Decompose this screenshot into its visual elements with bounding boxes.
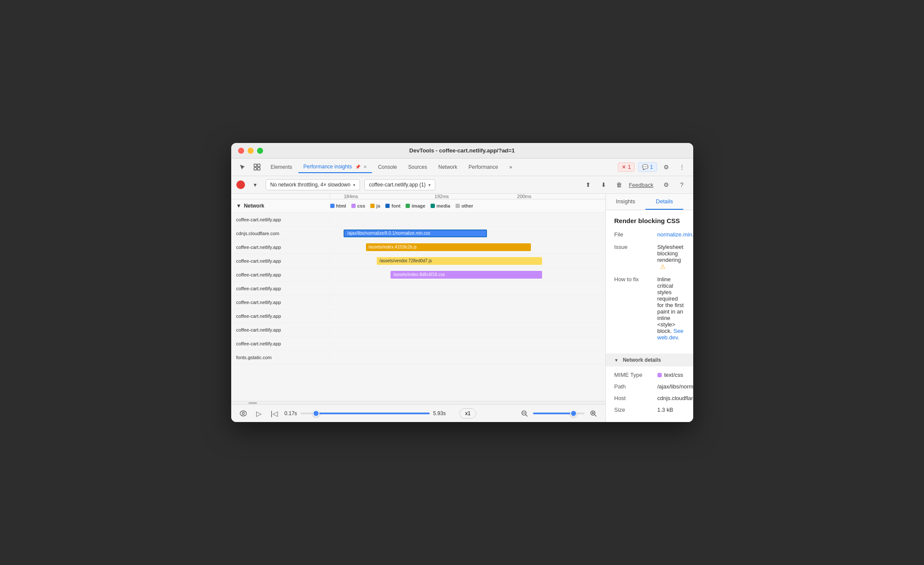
tab-details[interactable]: Details xyxy=(645,194,683,210)
tick-184ms: 184ms xyxy=(344,194,358,199)
network-rows: coffee-cart.netlify.app cdnjs.cloudflare… xyxy=(231,213,605,401)
throttle-label: No network throttling, 4× slowdown xyxy=(270,182,350,188)
more-options-icon[interactable]: ⋮ xyxy=(676,161,688,173)
file-label: File xyxy=(614,231,657,238)
zoom-slider-thumb[interactable] xyxy=(570,410,577,417)
chat-badge-button[interactable]: 💬 1 xyxy=(638,162,657,172)
toolbar-right: ✕ 1 💬 1 ⚙ ⋮ xyxy=(618,161,688,173)
horizontal-scrollbar[interactable] xyxy=(231,401,605,404)
legend-label-js: js xyxy=(376,203,380,208)
size-row: Size 1.3 kB xyxy=(614,407,685,413)
settings-icon[interactable]: ⚙ xyxy=(660,161,673,173)
tab-sources[interactable]: Sources xyxy=(403,161,432,173)
table-row[interactable]: coffee-cart.netlify.app /assets/vendor.7… xyxy=(231,254,605,268)
help-icon[interactable]: ? xyxy=(676,179,688,191)
network-section-header: ▼ Network html css js xyxy=(231,199,605,213)
table-row[interactable]: coffee-cart.netlify.app xyxy=(231,323,605,337)
tab-more[interactable]: » xyxy=(504,161,518,173)
issue-value: Stylesheet blocking rendering ⚠ xyxy=(657,244,685,270)
slider-thumb[interactable] xyxy=(313,410,319,417)
table-row[interactable]: cdnjs.cloudflare.com /ajax/libs/normaliz… xyxy=(231,227,605,240)
table-row[interactable]: fonts.gstatic.com xyxy=(231,351,605,364)
size-value: 1.3 kB xyxy=(657,407,685,413)
traffic-lights xyxy=(238,148,263,154)
row-bars xyxy=(330,309,605,323)
time-start: 0.17s xyxy=(285,410,297,416)
legend-html: html xyxy=(330,203,346,208)
path-row: Path /ajax/libs/normalize/8.0.1/normaliz… xyxy=(614,383,685,390)
network-details-section[interactable]: ▼ Network details xyxy=(606,354,693,366)
tab-performance[interactable]: Performance xyxy=(463,161,503,173)
row-label: coffee-cart.netlify.app xyxy=(231,341,330,346)
network-section-label: Network xyxy=(244,203,264,209)
table-row[interactable]: coffee-cart.netlify.app /assets/index.8d… xyxy=(231,268,605,282)
eye-icon[interactable] xyxy=(238,408,248,419)
throttle-dropdown[interactable]: No network throttling, 4× slowdown ▾ xyxy=(266,179,360,190)
delete-icon[interactable]: 🗑 xyxy=(613,179,625,191)
chat-icon: 💬 xyxy=(642,164,648,170)
legend-js: js xyxy=(370,203,380,208)
maximize-button[interactable] xyxy=(257,148,263,154)
download-icon[interactable]: ⬇ xyxy=(598,179,610,191)
upload-icon[interactable]: ⬆ xyxy=(582,179,594,191)
zoom-slider[interactable] xyxy=(533,413,585,414)
throttle-arrow-icon: ▾ xyxy=(353,183,355,187)
timeline-slider[interactable] xyxy=(301,413,430,414)
size-label: Size xyxy=(614,407,657,413)
skip-back-icon[interactable]: |◁ xyxy=(269,408,279,419)
close-button[interactable] xyxy=(238,148,244,154)
row-label: coffee-cart.netlify.app xyxy=(231,314,330,319)
right-panel: Insights Details Render blocking CSS Fil… xyxy=(606,194,693,422)
zoom-out-icon[interactable] xyxy=(519,408,530,419)
tab-elements[interactable]: Elements xyxy=(266,161,298,173)
legend-dot-js xyxy=(370,204,375,208)
detail-fix-row: How to fix Inline critical styles requir… xyxy=(614,276,685,341)
network-section-chevron: ▼ xyxy=(236,203,242,209)
row-bars xyxy=(330,337,605,350)
feedback-link[interactable]: Feedback xyxy=(629,182,653,188)
dropdown-arrow-icon[interactable]: ▾ xyxy=(249,179,261,191)
tab-performance-insights[interactable]: Performance insights 📌 ✕ xyxy=(298,161,372,173)
legend-dot-media xyxy=(431,204,435,208)
row-bars xyxy=(330,295,605,309)
inspect-icon[interactable] xyxy=(251,161,263,173)
toolbar: Elements Performance insights 📌 ✕ Consol… xyxy=(231,158,693,176)
timeline-left-space xyxy=(231,194,330,199)
tab-close-icon[interactable]: ✕ xyxy=(363,165,367,169)
error-badge-button[interactable]: ✕ 1 xyxy=(618,162,635,172)
table-row[interactable]: coffee-cart.netlify.app xyxy=(231,213,605,227)
file-value: normalize.min.css xyxy=(657,231,693,238)
legend-other: other xyxy=(456,203,474,208)
table-row[interactable]: coffee-cart.netlify.app xyxy=(231,295,605,309)
path-value: /ajax/libs/normalize/8.0.1/normalize.min… xyxy=(657,383,693,390)
section-header-left: ▼ Network xyxy=(236,203,330,209)
table-row[interactable]: coffee-cart.netlify.app xyxy=(231,337,605,351)
table-row[interactable]: coffee-cart.netlify.app xyxy=(231,282,605,295)
row-label: coffee-cart.netlify.app xyxy=(231,245,330,250)
tab-console[interactable]: Console xyxy=(373,161,402,173)
display-settings-icon[interactable]: ⚙ xyxy=(660,179,673,191)
timeline-ticks: 184ms 192ms 200ms xyxy=(330,194,605,199)
file-link[interactable]: normalize.min.css xyxy=(657,231,693,238)
row-label: coffee-cart.netlify.app xyxy=(231,258,330,264)
record-button[interactable] xyxy=(236,180,245,189)
play-icon[interactable]: ▷ xyxy=(254,408,264,419)
row-label: coffee-cart.netlify.app xyxy=(231,272,330,277)
target-dropdown[interactable]: coffee-cart.netlify.app (1) ▾ xyxy=(364,179,435,190)
speed-badge[interactable]: x1 xyxy=(459,408,476,419)
tab-network[interactable]: Network xyxy=(433,161,462,173)
row-bars: /ajax/libs/normalize/8.0.1/normalize.min… xyxy=(330,227,605,240)
minimize-button[interactable] xyxy=(248,148,254,154)
row-bars xyxy=(330,351,605,364)
time-end: 5.93s xyxy=(433,410,446,416)
zoom-in-icon[interactable] xyxy=(588,408,598,419)
chat-count: 1 xyxy=(650,164,653,170)
cursor-icon[interactable] xyxy=(236,161,248,173)
legend-css: css xyxy=(351,203,365,208)
detail-issue-row: Issue Stylesheet blocking rendering ⚠ xyxy=(614,244,685,270)
scrollbar-thumb xyxy=(248,402,257,404)
table-row[interactable]: coffee-cart.netlify.app /assets/index.41… xyxy=(231,240,605,254)
insight-title: Render blocking CSS xyxy=(614,217,685,224)
table-row[interactable]: coffee-cart.netlify.app xyxy=(231,309,605,323)
tab-insights[interactable]: Insights xyxy=(606,194,646,210)
